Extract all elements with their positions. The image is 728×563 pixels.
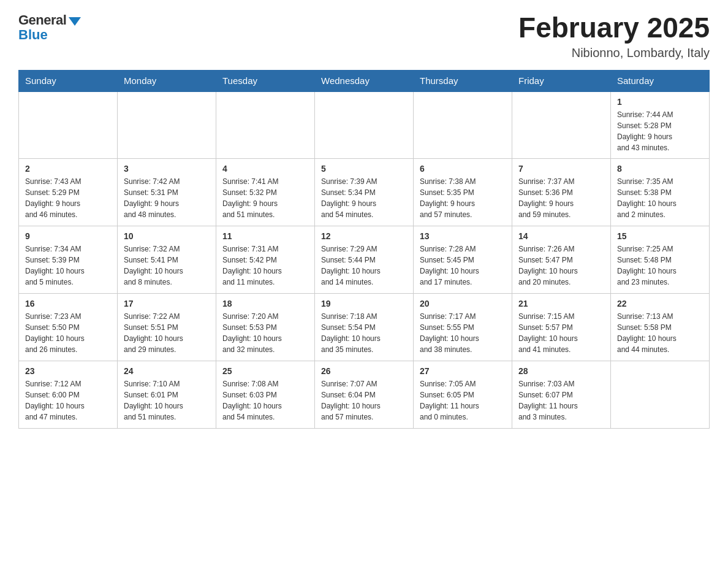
calendar-cell: 25Sunrise: 7:08 AM Sunset: 6:03 PM Dayli… bbox=[216, 361, 315, 429]
day-number: 1 bbox=[617, 97, 703, 107]
day-info: Sunrise: 7:41 AM Sunset: 5:32 PM Dayligh… bbox=[222, 176, 308, 220]
day-info: Sunrise: 7:29 AM Sunset: 5:44 PM Dayligh… bbox=[321, 243, 407, 288]
calendar-table: SundayMondayTuesdayWednesdayThursdayFrid… bbox=[18, 70, 710, 429]
calendar-cell: 14Sunrise: 7:26 AM Sunset: 5:47 PM Dayli… bbox=[512, 226, 611, 294]
day-number: 22 bbox=[617, 299, 703, 308]
day-number: 4 bbox=[222, 164, 308, 174]
day-number: 23 bbox=[25, 366, 111, 376]
calendar-cell: 12Sunrise: 7:29 AM Sunset: 5:44 PM Dayli… bbox=[315, 226, 414, 294]
day-info: Sunrise: 7:26 AM Sunset: 5:47 PM Dayligh… bbox=[518, 243, 604, 288]
calendar-cell: 21Sunrise: 7:15 AM Sunset: 5:57 PM Dayli… bbox=[512, 294, 611, 361]
location-text: Nibionno, Lombardy, Italy bbox=[518, 46, 710, 60]
day-info: Sunrise: 7:28 AM Sunset: 5:45 PM Dayligh… bbox=[420, 243, 506, 288]
day-number: 6 bbox=[420, 164, 506, 174]
column-header-tuesday: Tuesday bbox=[216, 70, 315, 91]
day-number: 5 bbox=[321, 164, 407, 174]
calendar-week-row: 2Sunrise: 7:43 AM Sunset: 5:29 PM Daylig… bbox=[19, 159, 710, 226]
month-title: February 2025 bbox=[518, 12, 710, 44]
page-header: General Blue February 2025 Nibionno, Lom… bbox=[18, 12, 710, 60]
calendar-week-row: 1Sunrise: 7:44 AM Sunset: 5:28 PM Daylig… bbox=[19, 91, 710, 159]
calendar-cell: 26Sunrise: 7:07 AM Sunset: 6:04 PM Dayli… bbox=[315, 361, 414, 429]
day-number: 10 bbox=[124, 231, 210, 241]
day-number: 28 bbox=[518, 366, 604, 376]
day-info: Sunrise: 7:22 AM Sunset: 5:51 PM Dayligh… bbox=[124, 311, 210, 355]
day-info: Sunrise: 7:35 AM Sunset: 5:38 PM Dayligh… bbox=[617, 176, 703, 220]
calendar-cell: 4Sunrise: 7:41 AM Sunset: 5:32 PM Daylig… bbox=[216, 159, 315, 226]
day-info: Sunrise: 7:13 AM Sunset: 5:58 PM Dayligh… bbox=[617, 311, 703, 355]
calendar-cell: 22Sunrise: 7:13 AM Sunset: 5:58 PM Dayli… bbox=[611, 294, 710, 361]
column-header-thursday: Thursday bbox=[414, 70, 512, 91]
day-number: 27 bbox=[420, 366, 506, 376]
day-info: Sunrise: 7:38 AM Sunset: 5:35 PM Dayligh… bbox=[420, 176, 506, 220]
day-info: Sunrise: 7:20 AM Sunset: 5:53 PM Dayligh… bbox=[222, 311, 308, 355]
column-header-wednesday: Wednesday bbox=[315, 70, 414, 91]
day-number: 17 bbox=[124, 299, 210, 308]
calendar-cell bbox=[216, 91, 315, 159]
logo: General Blue bbox=[18, 12, 81, 43]
title-section: February 2025 Nibionno, Lombardy, Italy bbox=[518, 12, 710, 60]
calendar-cell bbox=[414, 91, 512, 159]
day-number: 18 bbox=[222, 299, 308, 308]
calendar-cell bbox=[512, 91, 611, 159]
day-info: Sunrise: 7:32 AM Sunset: 5:41 PM Dayligh… bbox=[124, 243, 210, 288]
calendar-cell: 16Sunrise: 7:23 AM Sunset: 5:50 PM Dayli… bbox=[19, 294, 118, 361]
day-number: 7 bbox=[518, 164, 604, 174]
calendar-week-row: 16Sunrise: 7:23 AM Sunset: 5:50 PM Dayli… bbox=[19, 294, 710, 361]
day-number: 19 bbox=[321, 299, 407, 308]
calendar-cell bbox=[315, 91, 414, 159]
day-number: 13 bbox=[420, 231, 506, 241]
day-info: Sunrise: 7:07 AM Sunset: 6:04 PM Dayligh… bbox=[321, 378, 407, 423]
day-number: 16 bbox=[25, 299, 111, 308]
day-number: 14 bbox=[518, 231, 604, 241]
calendar-cell: 10Sunrise: 7:32 AM Sunset: 5:41 PM Dayli… bbox=[118, 226, 216, 294]
day-info: Sunrise: 7:23 AM Sunset: 5:50 PM Dayligh… bbox=[25, 311, 111, 355]
day-number: 2 bbox=[25, 164, 111, 174]
day-number: 24 bbox=[124, 366, 210, 376]
calendar-cell: 19Sunrise: 7:18 AM Sunset: 5:54 PM Dayli… bbox=[315, 294, 414, 361]
calendar-cell: 11Sunrise: 7:31 AM Sunset: 5:42 PM Dayli… bbox=[216, 226, 315, 294]
day-info: Sunrise: 7:08 AM Sunset: 6:03 PM Dayligh… bbox=[222, 378, 308, 423]
calendar-cell: 18Sunrise: 7:20 AM Sunset: 5:53 PM Dayli… bbox=[216, 294, 315, 361]
calendar-cell bbox=[19, 91, 118, 159]
column-header-sunday: Sunday bbox=[19, 70, 118, 91]
calendar-cell: 7Sunrise: 7:37 AM Sunset: 5:36 PM Daylig… bbox=[512, 159, 611, 226]
calendar-cell bbox=[611, 361, 710, 429]
calendar-cell: 23Sunrise: 7:12 AM Sunset: 6:00 PM Dayli… bbox=[19, 361, 118, 429]
day-number: 15 bbox=[617, 231, 703, 241]
calendar-cell: 15Sunrise: 7:25 AM Sunset: 5:48 PM Dayli… bbox=[611, 226, 710, 294]
calendar-cell: 8Sunrise: 7:35 AM Sunset: 5:38 PM Daylig… bbox=[611, 159, 710, 226]
calendar-cell: 17Sunrise: 7:22 AM Sunset: 5:51 PM Dayli… bbox=[118, 294, 216, 361]
day-info: Sunrise: 7:15 AM Sunset: 5:57 PM Dayligh… bbox=[518, 311, 604, 355]
day-info: Sunrise: 7:44 AM Sunset: 5:28 PM Dayligh… bbox=[617, 109, 703, 153]
day-number: 8 bbox=[617, 164, 703, 174]
day-info: Sunrise: 7:39 AM Sunset: 5:34 PM Dayligh… bbox=[321, 176, 407, 220]
calendar-cell: 24Sunrise: 7:10 AM Sunset: 6:01 PM Dayli… bbox=[118, 361, 216, 429]
day-info: Sunrise: 7:43 AM Sunset: 5:29 PM Dayligh… bbox=[25, 176, 111, 220]
day-info: Sunrise: 7:34 AM Sunset: 5:39 PM Dayligh… bbox=[25, 243, 111, 288]
calendar-cell: 9Sunrise: 7:34 AM Sunset: 5:39 PM Daylig… bbox=[19, 226, 118, 294]
day-info: Sunrise: 7:03 AM Sunset: 6:07 PM Dayligh… bbox=[518, 378, 604, 423]
calendar-cell: 13Sunrise: 7:28 AM Sunset: 5:45 PM Dayli… bbox=[414, 226, 512, 294]
calendar-cell: 6Sunrise: 7:38 AM Sunset: 5:35 PM Daylig… bbox=[414, 159, 512, 226]
day-number: 20 bbox=[420, 299, 506, 308]
day-number: 25 bbox=[222, 366, 308, 376]
calendar-cell: 27Sunrise: 7:05 AM Sunset: 6:05 PM Dayli… bbox=[414, 361, 512, 429]
column-header-monday: Monday bbox=[118, 70, 216, 91]
day-info: Sunrise: 7:37 AM Sunset: 5:36 PM Dayligh… bbox=[518, 176, 604, 220]
column-header-saturday: Saturday bbox=[611, 70, 710, 91]
calendar-header-row: SundayMondayTuesdayWednesdayThursdayFrid… bbox=[19, 70, 710, 91]
calendar-cell: 28Sunrise: 7:03 AM Sunset: 6:07 PM Dayli… bbox=[512, 361, 611, 429]
calendar-cell: 20Sunrise: 7:17 AM Sunset: 5:55 PM Dayli… bbox=[414, 294, 512, 361]
day-info: Sunrise: 7:17 AM Sunset: 5:55 PM Dayligh… bbox=[420, 311, 506, 355]
logo-blue-text: Blue bbox=[18, 27, 48, 43]
day-number: 9 bbox=[25, 231, 111, 241]
calendar-cell: 2Sunrise: 7:43 AM Sunset: 5:29 PM Daylig… bbox=[19, 159, 118, 226]
calendar-cell: 5Sunrise: 7:39 AM Sunset: 5:34 PM Daylig… bbox=[315, 159, 414, 226]
calendar-week-row: 23Sunrise: 7:12 AM Sunset: 6:00 PM Dayli… bbox=[19, 361, 710, 429]
calendar-cell: 1Sunrise: 7:44 AM Sunset: 5:28 PM Daylig… bbox=[611, 91, 710, 159]
day-info: Sunrise: 7:12 AM Sunset: 6:00 PM Dayligh… bbox=[25, 378, 111, 423]
day-number: 12 bbox=[321, 231, 407, 241]
day-info: Sunrise: 7:10 AM Sunset: 6:01 PM Dayligh… bbox=[124, 378, 210, 423]
day-number: 11 bbox=[222, 231, 308, 241]
day-info: Sunrise: 7:18 AM Sunset: 5:54 PM Dayligh… bbox=[321, 311, 407, 355]
